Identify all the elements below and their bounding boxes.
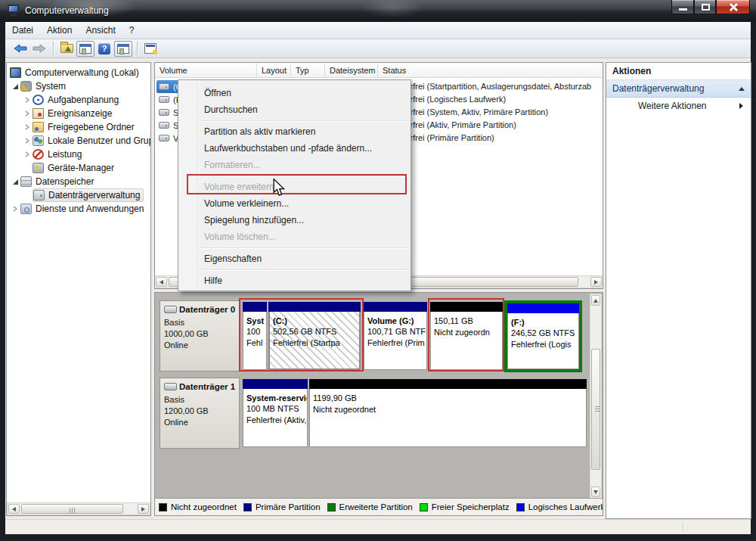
logical-drive-bar (507, 303, 579, 313)
expander-closed-icon[interactable] (23, 110, 31, 117)
show-console-tree-button[interactable] (76, 41, 94, 57)
actions-title: Aktionen (606, 63, 751, 80)
scroll-right-button[interactable] (138, 504, 149, 514)
partition-unallocated-disk1[interactable]: 1199,90 GB Nicht zugeordnet (309, 379, 587, 447)
tree-item-system[interactable]: System (11, 79, 66, 93)
tree-horizontal-scrollbar[interactable] (7, 502, 150, 515)
actions-weitere-aktionen[interactable]: Weitere Aktionen (606, 98, 751, 114)
partition-g[interactable]: Volume (G:) 100,71 GB NTFS Fehlerfrei (P… (364, 302, 427, 370)
back-arrow-icon (14, 44, 27, 53)
menu-item-laufwerkbuchstaben[interactable]: Laufwerkbuchstaben und -pfade ändern... (178, 140, 411, 157)
volume-status: Fehlerfrei (Primäre Partition) (389, 132, 603, 145)
close-button[interactable] (716, 0, 750, 14)
legend-label: Erweiterte Partition (339, 502, 413, 511)
tree-item-freigegebene-ordner[interactable]: Freigegebene Ordner (23, 120, 135, 134)
scroll-thumb[interactable] (21, 504, 123, 514)
statusbar (5, 519, 751, 534)
menu-item-partition-aktiv[interactable]: Partition als aktiv markieren (178, 123, 411, 140)
partition-size: 246,52 GB NTFS (511, 328, 578, 339)
partition-legend: Nicht zugeordnet Primäre Partition Erwei… (155, 498, 603, 515)
tree-item-label: Datenträgerverwaltung (48, 190, 140, 201)
chevron-up-icon[interactable] (739, 87, 745, 91)
chevron-right-icon[interactable] (739, 103, 743, 109)
column-header-status[interactable]: Status (378, 63, 603, 78)
scroll-left-button[interactable] (8, 504, 20, 514)
disk-vertical-scrollbar[interactable] (590, 294, 602, 499)
partition-size: 100,71 GB NTFS (367, 326, 426, 337)
tree-item-aufgabenplanung[interactable]: Aufgabenplanung (23, 93, 119, 107)
tree-item-lokale-benutzer[interactable]: Lokale Benutzer und Gruppen (23, 134, 151, 148)
arrow-down-icon (593, 490, 598, 494)
menu-ansicht[interactable]: Ansicht (79, 23, 122, 38)
partition-status: Fehlerfrei (Startpa (273, 337, 359, 349)
scroll-down-button[interactable] (591, 487, 600, 497)
column-header-dateisystem[interactable]: Dateisystem (325, 63, 378, 78)
expander-closed-icon[interactable] (11, 206, 19, 212)
tree-item-dienste[interactable]: Dienste und Anwendungen (11, 202, 144, 216)
partition-c-selected[interactable]: (C:) 502,56 GB NTFS Fehlerfrei (Startpa (268, 302, 361, 370)
expander-open-icon[interactable] (11, 179, 19, 185)
tree-item-label: Ereignisanzeige (48, 108, 112, 119)
volume-status: Fehlerfrei (System, Aktiv, Primäre Parti… (389, 106, 603, 119)
disk1-info-box[interactable]: Datenträger 1 Basis 1200,00 GB Online (160, 378, 240, 449)
actions-group-datentraegerverwaltung[interactable]: Datenträgerverwaltung (606, 80, 751, 98)
menu-item-eigenschaften[interactable]: Eigenschaften (178, 250, 411, 267)
tree-item-leistung[interactable]: Leistung (23, 148, 82, 161)
menu-item-volume-verkleinern[interactable]: Volume verkleinern... (178, 195, 411, 212)
scroll-thumb[interactable] (591, 349, 600, 470)
partition-system-reserved-disk1[interactable]: System-reservier 100 MB NTFS Fehlerfrei … (243, 379, 308, 447)
scroll-left-button[interactable] (156, 277, 167, 287)
column-header-typ[interactable]: Typ (291, 63, 325, 78)
disk0-info-box[interactable]: Datenträger 0 Basis 1000,00 GB Online (160, 300, 240, 372)
menu-aktion[interactable]: Aktion (40, 23, 79, 38)
show-action-pane-button[interactable] (114, 41, 132, 57)
clock-icon (33, 95, 44, 105)
expander-closed-icon[interactable] (23, 124, 31, 130)
expander-open-icon[interactable] (11, 84, 19, 89)
tree-item-datentraegerverwaltung[interactable]: Datenträgerverwaltung (33, 188, 144, 202)
column-header-volume[interactable]: Volume (155, 63, 257, 78)
menu-item-spiegelung[interactable]: Spiegelung hinzufügen... (178, 212, 411, 229)
tree-item-geraete-manager[interactable]: Geräte-Manager (33, 161, 114, 175)
scroll-up-button[interactable] (591, 295, 600, 306)
menu-hilfe[interactable]: ? (122, 23, 141, 38)
minimize-button[interactable] (671, 0, 694, 14)
partition-system-reserved-disk0[interactable]: Syst 100 Fehl (243, 302, 267, 370)
tree-item-label: Datenspeicher (36, 176, 94, 187)
back-button[interactable] (11, 41, 29, 57)
partition-label: Syst (246, 316, 266, 326)
maximize-button[interactable] (694, 0, 716, 14)
export-list-button[interactable] (57, 41, 76, 57)
snapin-button[interactable] (141, 41, 160, 57)
export-folder-icon (60, 44, 73, 53)
menu-item-hilfe[interactable]: Hilfe (178, 272, 411, 289)
expander-closed-icon[interactable] (23, 97, 31, 103)
legend-logical: Logisches Laufwerk (516, 502, 603, 511)
close-icon (729, 3, 738, 11)
primary-partition-bar (243, 302, 267, 312)
console-tree-pane: Computerverwaltung (Lokal) System Aufgab… (6, 62, 151, 516)
partition-unallocated-disk0[interactable]: 150,11 GB Nicht zugeordn (430, 302, 503, 370)
actions-pane: Aktionen Datenträgerverwaltung Weitere A… (606, 62, 751, 519)
menu-separator (201, 120, 408, 121)
tree-item-root[interactable]: Computerverwaltung (Lokal) (10, 66, 139, 79)
help-button[interactable]: ? (95, 41, 113, 57)
tree-item-label: Geräte-Manager (48, 163, 114, 173)
menu-datei[interactable]: Datei (5, 23, 40, 38)
expander-closed-icon[interactable] (23, 138, 31, 144)
partition-size: 100 MB NTFS (246, 403, 307, 415)
tree-item-ereignisanzeige[interactable]: Ereignisanzeige (23, 107, 112, 120)
partition-f-logical[interactable]: (F:) 246,52 GB NTFS Fehlerfrei (Logis (507, 303, 579, 369)
tree-item-datenspeicher[interactable]: Datenspeicher (11, 175, 94, 188)
menu-item-oeffnen[interactable]: Öffnen (178, 85, 411, 101)
column-header-layout[interactable]: Layout (257, 63, 291, 78)
legend-color-swatch (420, 503, 428, 511)
drive-icon (159, 122, 169, 129)
forward-button[interactable] (30, 41, 48, 57)
window-title: Computerverwaltung (25, 5, 109, 16)
scroll-right-button[interactable] (590, 277, 602, 287)
menu-item-durchsuchen[interactable]: Durchsuchen (178, 101, 411, 118)
primary-partition-bar (268, 302, 361, 312)
expander-closed-icon[interactable] (23, 151, 31, 157)
partition-status: Nicht zugeordnet (313, 404, 586, 415)
